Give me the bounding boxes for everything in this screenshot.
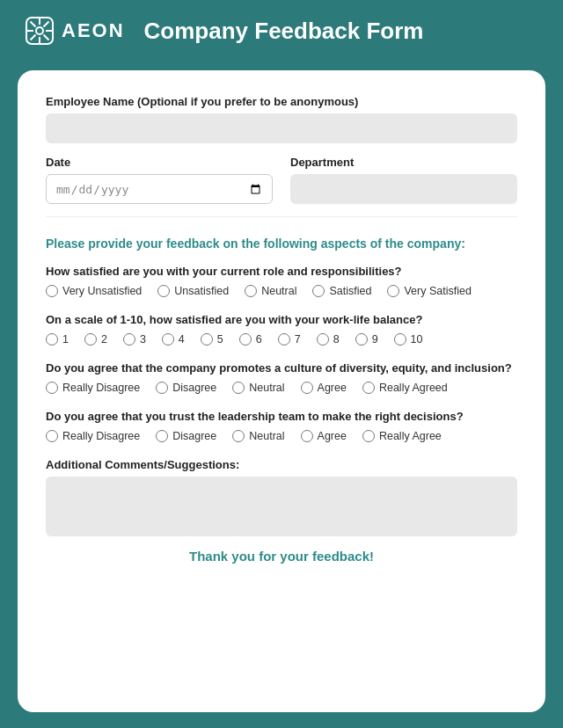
department-input[interactable]	[290, 174, 517, 204]
q2-option-1[interactable]: 1	[46, 333, 69, 346]
q4-option-5[interactable]: Really Agree	[362, 430, 442, 442]
q3-option-4[interactable]: Agree	[301, 382, 347, 394]
q2-option-2[interactable]: 2	[84, 333, 107, 346]
logo-icon	[25, 16, 55, 46]
question-4-block: Do you agree that you trust the leadersh…	[46, 410, 517, 442]
page-title: Company Feedback Form	[144, 18, 424, 45]
q2-option-8[interactable]: 8	[317, 333, 340, 346]
q2-option-3[interactable]: 3	[123, 333, 146, 346]
logo-text: AEON	[62, 19, 125, 42]
q2-option-9[interactable]: 9	[355, 333, 378, 346]
employee-name-group: Employee Name (Optional if you prefer to…	[46, 95, 517, 143]
q4-option-3[interactable]: Neutral	[232, 430, 284, 442]
q2-option-10[interactable]: 10	[394, 333, 423, 346]
q2-option-7[interactable]: 7	[278, 333, 301, 346]
q1-option-2[interactable]: Unsatisfied	[157, 285, 229, 297]
question-2-block: On a scale of 1-10, how satisfied are yo…	[46, 313, 517, 346]
header: AEON Company Feedback Form	[0, 0, 563, 62]
date-group: Date	[46, 156, 273, 204]
q1-option-4[interactable]: Satisfied	[312, 285, 371, 297]
question-1-options: Very Unsatisfied Unsatisfied Neutral Sat…	[46, 285, 517, 297]
svg-line-8	[44, 22, 49, 27]
logo: AEON	[25, 16, 125, 46]
q4-option-1[interactable]: Really Disagree	[46, 430, 140, 442]
q1-option-3[interactable]: Neutral	[245, 285, 296, 297]
question-3-text: Do you agree that the company promotes a…	[46, 361, 517, 375]
q4-option-4[interactable]: Agree	[301, 430, 347, 442]
divider	[46, 216, 517, 217]
form-card: Employee Name (Optional if you prefer to…	[18, 70, 545, 712]
q1-option-1[interactable]: Very Unsatisfied	[46, 285, 142, 297]
question-3-block: Do you agree that the company promotes a…	[46, 361, 517, 394]
comments-label: Additional Comments/Suggestions:	[46, 458, 517, 471]
department-group: Department	[290, 156, 517, 204]
q3-option-3[interactable]: Neutral	[232, 382, 284, 394]
question-3-options: Really Disagree Disagree Neutral Agree R…	[46, 382, 517, 394]
question-2-text: On a scale of 1-10, how satisfied are yo…	[46, 313, 517, 326]
question-2-options: 1 2 3 4 5 6 7 8 9 10	[46, 333, 517, 346]
comments-textarea[interactable]	[46, 477, 517, 536]
q2-option-6[interactable]: 6	[239, 333, 262, 346]
date-label: Date	[46, 156, 273, 169]
svg-line-9	[31, 35, 36, 40]
q4-option-2[interactable]: Disagree	[156, 430, 216, 442]
department-label: Department	[290, 156, 517, 169]
q2-option-5[interactable]: 5	[201, 333, 223, 346]
comments-group: Additional Comments/Suggestions:	[46, 458, 517, 536]
q1-option-5[interactable]: Very Satisfied	[387, 285, 471, 297]
date-input-wrapper[interactable]	[46, 174, 273, 204]
date-input[interactable]	[55, 182, 263, 197]
employee-name-label: Employee Name (Optional if you prefer to…	[46, 95, 517, 108]
question-1-text: How satisfied are you with your current …	[46, 265, 517, 278]
q3-option-5[interactable]: Really Agreed	[362, 382, 448, 394]
svg-line-6	[31, 22, 36, 27]
question-1-block: How satisfied are you with your current …	[46, 265, 517, 297]
svg-line-7	[44, 35, 49, 40]
q3-option-2[interactable]: Disagree	[156, 382, 216, 394]
section-prompt: Please provide your feedback on the foll…	[46, 237, 517, 251]
question-4-options: Really Disagree Disagree Neutral Agree R…	[46, 430, 517, 442]
thank-you-text: Thank you for your feedback!	[46, 549, 517, 564]
date-department-row: Date Department	[46, 156, 517, 204]
svg-point-1	[36, 27, 43, 34]
q3-option-1[interactable]: Really Disagree	[46, 382, 140, 394]
q2-option-4[interactable]: 4	[162, 333, 185, 346]
question-4-text: Do you agree that you trust the leadersh…	[46, 410, 517, 423]
employee-name-input[interactable]	[46, 113, 517, 143]
